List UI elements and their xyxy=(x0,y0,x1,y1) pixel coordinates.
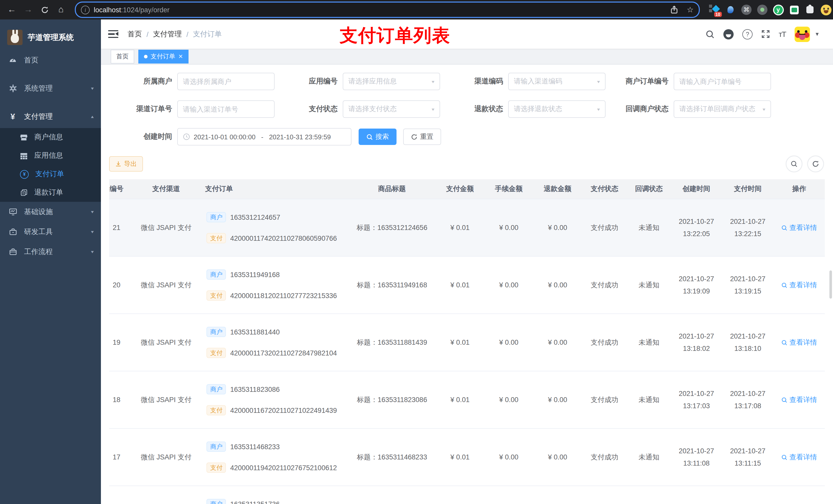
browser-home-icon[interactable]: ⌂ xyxy=(54,3,68,16)
avatar[interactable] xyxy=(794,26,810,42)
extension-puzzle-icon[interactable] xyxy=(804,4,815,15)
cell-pay-status: 支付成功 xyxy=(582,429,627,486)
collapse-sidebar-icon[interactable] xyxy=(108,30,118,38)
sidebar-item-dev-tools[interactable]: 研发工具 ▾ xyxy=(0,222,101,242)
breadcrumb-home[interactable]: 首页 xyxy=(127,29,142,39)
show-search-button[interactable] xyxy=(786,156,802,172)
cell-notify-status: 未通知 xyxy=(627,429,671,486)
filter-label-refund-status: 退款状态 xyxy=(440,104,508,114)
reset-button[interactable]: 重置 xyxy=(403,128,441,145)
cell-channel: 微信 JSAPI 支付 xyxy=(127,371,205,429)
refresh-table-button[interactable] xyxy=(807,156,824,172)
merchant-input[interactable] xyxy=(177,73,275,90)
view-detail-link[interactable]: 查看详情 xyxy=(781,453,817,462)
github-icon[interactable] xyxy=(723,29,734,39)
browser-reload-icon[interactable] xyxy=(38,3,51,16)
magnifier-icon xyxy=(781,454,787,460)
cell-actions: 查看详情 xyxy=(773,486,825,504)
pay-tag: 支付 xyxy=(207,348,226,358)
table-header-row: 编号 支付渠道 支付订单 商品标题 支付金额 手续金额 退款金额 支付状态 回调… xyxy=(109,179,825,199)
fullscreen-icon[interactable] xyxy=(761,30,770,39)
cell-channel: 微信 JSAPI 支付 xyxy=(127,314,205,371)
cell-title: 标题：1635311949168 xyxy=(348,256,436,314)
app-select[interactable]: 请选择应用信息▾ xyxy=(343,73,440,90)
refund-status-select[interactable]: 请选择退款状态▾ xyxy=(508,100,605,118)
cell-pay-amount: ¥ 0.01 xyxy=(436,256,484,314)
font-size-icon[interactable]: тT xyxy=(779,30,786,39)
merchant-order-no: 1635311351736 xyxy=(230,500,280,504)
cell-notify-status: 未通知 xyxy=(627,314,671,371)
cell-create-time: 2021-10-2713:18:02 xyxy=(671,314,722,371)
site-info-icon[interactable]: i xyxy=(81,5,90,14)
sidebar-item-pay[interactable]: ¥ 支付管理 ▴ xyxy=(0,105,101,128)
sidebar-item-app-info[interactable]: 应用信息 xyxy=(0,146,101,165)
magnifier-icon xyxy=(781,224,787,231)
cell-order: 商户 1635312124657 支付 42000011742021102780… xyxy=(205,199,348,256)
table-body: 21 微信 JSAPI 支付 商户 1635312124657 支付 42000… xyxy=(109,199,825,504)
search-icon[interactable] xyxy=(706,29,715,39)
sidebar-item-refund-order[interactable]: 退款订单 xyxy=(0,183,101,202)
tab-home[interactable]: 首页 xyxy=(111,49,134,63)
address-bar[interactable]: i localhost:1024/pay/order ☆ xyxy=(75,2,700,18)
browser-forward-icon[interactable]: → xyxy=(22,3,35,16)
extension-balloon-icon[interactable] xyxy=(725,4,736,15)
create-time-range-picker[interactable]: 2021-10-01 00:00:00 - 2021-10-31 23:59:5… xyxy=(177,128,352,145)
view-detail-link[interactable]: 查看详情 xyxy=(781,395,817,404)
extension-record-icon[interactable] xyxy=(757,4,768,15)
cell-pay-amount: ¥ 0.01 xyxy=(436,314,484,371)
orders-table: 编号 支付渠道 支付订单 商品标题 支付金额 手续金额 退款金额 支付状态 回调… xyxy=(109,179,825,504)
extension-chat-icon[interactable] xyxy=(788,4,800,15)
sidebar-item-workflow[interactable]: 工作流程 ▾ xyxy=(0,242,101,262)
sidebar-item-merchant-info[interactable]: 商户信息 xyxy=(0,128,101,146)
extension-pixel-diamond-icon[interactable]: 10 xyxy=(709,4,720,15)
chevron-down-icon[interactable]: ▼ xyxy=(814,31,820,37)
extension-command-icon[interactable]: ⌘ xyxy=(741,4,752,15)
search-button[interactable]: 搜索 xyxy=(359,128,397,145)
url-text[interactable]: localhost:1024/pay/order xyxy=(94,6,661,14)
sidebar-item-system[interactable]: 系统管理 ▾ xyxy=(0,77,101,100)
gear-icon xyxy=(9,84,17,93)
merchant-order-no: 1635311949168 xyxy=(230,271,280,279)
pay-status-select[interactable]: 请选择支付状态▾ xyxy=(343,100,440,118)
close-icon[interactable]: ✕ xyxy=(178,53,183,60)
col-title: 商品标题 xyxy=(348,179,436,199)
pay-tag: 支付 xyxy=(207,462,226,473)
col-order: 支付订单 xyxy=(205,179,348,199)
magnifier-icon xyxy=(781,339,787,345)
view-detail-link[interactable]: 查看详情 xyxy=(781,281,817,290)
filter-label-channel-order-no: 渠道订单号 xyxy=(109,104,177,114)
breadcrumb-pay[interactable]: 支付管理 xyxy=(153,29,182,39)
cell-pay-status xyxy=(582,486,627,504)
bookmark-star-icon[interactable]: ☆ xyxy=(687,5,694,14)
app-logo[interactable]: 芋道管理系统 xyxy=(0,20,101,46)
search-icon xyxy=(366,134,373,140)
pay-order-icon: ¥ xyxy=(20,170,29,178)
sidebar-item-home[interactable]: 首页 xyxy=(0,49,101,72)
download-icon xyxy=(115,161,121,167)
cell-id: 19 xyxy=(109,314,127,371)
tags-view-bar: 首页 支付订单 ✕ xyxy=(101,49,833,65)
cell-title: 标题：1635311881439 xyxy=(348,314,436,371)
cell-pay-time: 2021-10-2713:11:15 xyxy=(722,429,773,486)
scrollbar-thumb[interactable] xyxy=(829,270,832,298)
share-icon[interactable] xyxy=(670,6,677,14)
view-detail-link[interactable]: 查看详情 xyxy=(781,223,817,232)
channel-code-select[interactable]: 请输入渠道编码▾ xyxy=(508,73,605,90)
merchant-order-no-input[interactable] xyxy=(674,73,771,90)
help-icon[interactable]: ? xyxy=(742,29,753,39)
view-detail-link[interactable]: 查看详情 xyxy=(781,338,817,347)
sidebar-item-infrastructure[interactable]: 基础设施 ▾ xyxy=(0,202,101,222)
export-button[interactable]: 导出 xyxy=(109,156,143,172)
extension-y-icon[interactable]: y xyxy=(772,4,784,15)
tab-pay-order[interactable]: 支付订单 ✕ xyxy=(138,49,189,63)
cell-id xyxy=(109,486,127,504)
notify-status-select[interactable]: 请选择订单回调商户状态▾ xyxy=(674,100,771,118)
cell-notify-status: 未通知 xyxy=(627,199,671,256)
chevron-down-icon: ▾ xyxy=(597,106,600,112)
sidebar-item-pay-order[interactable]: ¥ 支付订单 xyxy=(0,165,101,183)
cell-refund-amount xyxy=(533,486,582,504)
extension-avatar-emoji-icon[interactable] xyxy=(820,4,831,15)
browser-back-icon[interactable]: ← xyxy=(5,3,19,16)
channel-order-no-input[interactable] xyxy=(177,100,275,118)
merchant-tag: 商户 xyxy=(207,212,226,222)
